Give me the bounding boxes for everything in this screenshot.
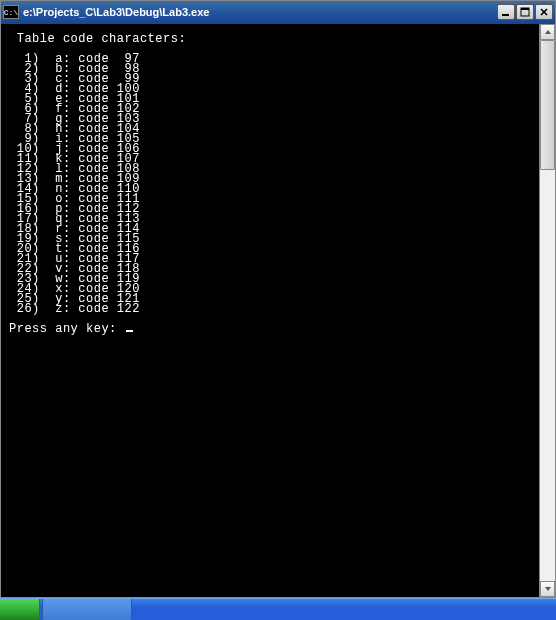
scroll-down-button[interactable]	[540, 581, 555, 597]
console-output[interactable]: Table code characters: 1) a: code 97 2) …	[1, 24, 539, 597]
chevron-down-icon	[544, 585, 552, 593]
prompt-line: Press any key:	[9, 324, 537, 334]
prompt-text: Press any key:	[9, 322, 125, 336]
scroll-up-button[interactable]	[540, 24, 555, 40]
console-area: Table code characters: 1) a: code 97 2) …	[1, 23, 555, 597]
maximize-button[interactable]	[516, 4, 534, 20]
chevron-up-icon	[544, 28, 552, 36]
minimize-button[interactable]	[497, 4, 515, 20]
scroll-track[interactable]	[540, 40, 555, 581]
code-row: 26) z: code 122	[9, 304, 537, 314]
taskbar	[0, 598, 556, 620]
maximize-icon	[520, 7, 530, 17]
svg-rect-0	[502, 14, 509, 16]
start-button[interactable]	[0, 599, 40, 620]
window-title: e:\Projects_C\Lab3\Debug\Lab3.exe	[23, 6, 496, 18]
scrollbar	[539, 24, 555, 597]
minimize-icon	[501, 7, 511, 17]
titlebar: C:\ e:\Projects_C\Lab3\Debug\Lab3.exe	[1, 1, 555, 23]
window-controls	[496, 4, 553, 20]
svg-rect-2	[521, 8, 529, 10]
console-header: Table code characters:	[9, 34, 537, 44]
console-window: C:\ e:\Projects_C\Lab3\Debug\Lab3.exe Ta…	[0, 0, 556, 598]
taskbar-item[interactable]	[42, 599, 132, 620]
close-icon	[539, 7, 549, 17]
close-button[interactable]	[535, 4, 553, 20]
cmd-icon: C:\	[3, 5, 19, 19]
scroll-thumb[interactable]	[540, 40, 555, 170]
cursor	[126, 330, 133, 332]
